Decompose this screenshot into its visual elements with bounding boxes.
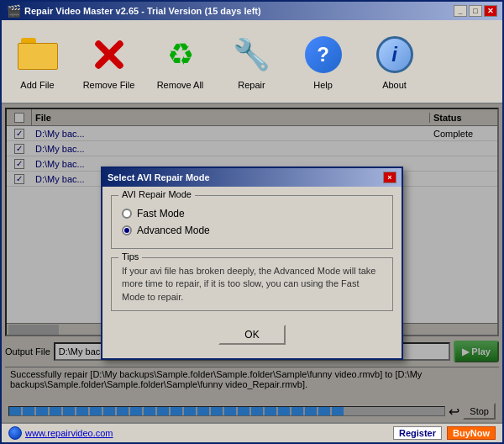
- fast-mode-label: Fast Mode: [137, 208, 185, 219]
- add-file-label: Add File: [20, 80, 54, 90]
- folder-icon: [16, 33, 60, 77]
- bottom-bar: www.repairvideo.com Register BuyNow: [2, 422, 502, 442]
- fast-mode-radio[interactable]: [122, 209, 132, 219]
- add-file-button[interactable]: Add File: [10, 33, 65, 90]
- recycle-icon: ♻: [159, 33, 202, 77]
- repair-button[interactable]: 🔧 Repair: [224, 33, 279, 90]
- help-icon: ?: [302, 33, 345, 77]
- window-icon: 🎬: [7, 4, 21, 18]
- register-button[interactable]: Register: [393, 426, 442, 440]
- avi-repair-modal: Select AVI Repair Mode × AVI Repair Mode…: [101, 166, 403, 360]
- title-bar: 🎬 Repair Video Master v2.65 - Trial Vers…: [2, 2, 502, 20]
- help-button[interactable]: ? Help: [296, 33, 350, 90]
- tips-text: If your avi file has broken deeply, the …: [122, 265, 382, 304]
- advanced-mode-option[interactable]: Advanced Mode: [122, 225, 382, 236]
- avi-repair-mode-group: AVI Repair Mode Fast Mode Advanced Mode: [111, 195, 393, 249]
- toolbar: Add File Remove File ♻ Remove All 🔧 Repa…: [2, 20, 502, 104]
- remove-all-label: Remove All: [157, 80, 204, 90]
- tips-group: Tips If your avi file has broken deeply,…: [111, 257, 393, 311]
- repair-label: Repair: [238, 80, 265, 90]
- remove-all-button[interactable]: ♻ Remove All: [153, 33, 207, 90]
- remove-file-button[interactable]: Remove File: [81, 33, 136, 90]
- advanced-mode-label: Advanced Mode: [137, 225, 210, 236]
- tips-label: Tips: [118, 251, 142, 262]
- modal-footer: OK: [111, 320, 393, 350]
- bottom-left: www.repairvideo.com: [8, 426, 113, 440]
- ok-button[interactable]: OK: [218, 325, 286, 345]
- maximize-button[interactable]: □: [469, 5, 482, 17]
- website-link[interactable]: www.repairvideo.com: [25, 428, 113, 438]
- fast-mode-option[interactable]: Fast Mode: [122, 208, 382, 219]
- title-bar-buttons: _ □ ✕: [454, 5, 497, 17]
- remove-icon: [87, 33, 131, 77]
- main-content: File Status D:\My bac... Complete D:\My …: [2, 104, 502, 422]
- about-button[interactable]: i About: [367, 33, 422, 90]
- avi-repair-mode-label: AVI Repair Mode: [118, 189, 195, 199]
- main-window: 🎬 Repair Video Master v2.65 - Trial Vers…: [0, 0, 504, 444]
- window-title: Repair Video Master v2.65 - Trial Versio…: [24, 6, 261, 16]
- modal-close-button[interactable]: ×: [383, 172, 396, 183]
- remove-file-label: Remove File: [83, 80, 135, 90]
- title-bar-left: 🎬 Repair Video Master v2.65 - Trial Vers…: [7, 4, 261, 18]
- bottom-right: Register BuyNow: [393, 426, 496, 440]
- close-button[interactable]: ✕: [484, 5, 497, 17]
- help-label: Help: [313, 80, 333, 90]
- buynow-button[interactable]: BuyNow: [447, 426, 496, 440]
- advanced-mode-radio[interactable]: [122, 225, 132, 235]
- modal-overlay: Select AVI Repair Mode × AVI Repair Mode…: [2, 104, 502, 422]
- modal-title: Select AVI Repair Mode: [108, 172, 210, 182]
- modal-body: AVI Repair Mode Fast Mode Advanced Mode …: [102, 187, 402, 358]
- about-icon: i: [373, 33, 417, 77]
- globe-icon: [8, 426, 22, 440]
- minimize-button[interactable]: _: [454, 5, 467, 17]
- about-label: About: [382, 80, 407, 90]
- modal-title-bar: Select AVI Repair Mode ×: [102, 168, 402, 187]
- repair-icon: 🔧: [230, 33, 274, 77]
